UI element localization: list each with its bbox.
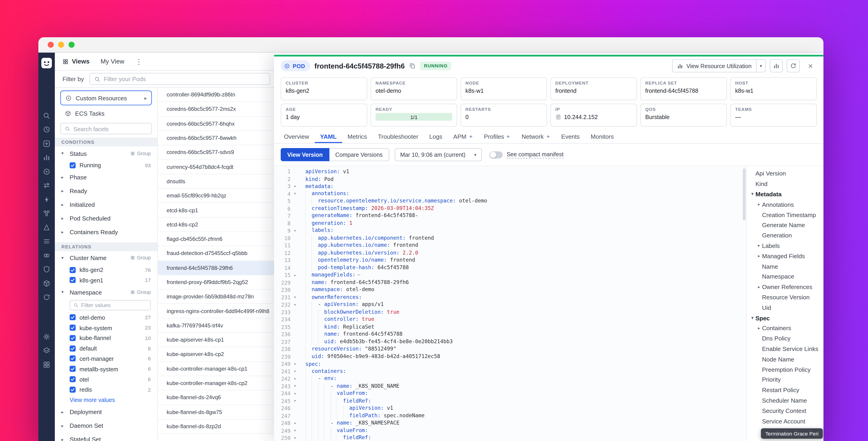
tab-events[interactable]: Events: [556, 130, 585, 143]
fold-collapse-icon[interactable]: ▾: [290, 369, 299, 374]
checkbox-checked-icon[interactable]: [70, 387, 75, 392]
rail-shield-icon[interactable]: [38, 262, 55, 276]
outline-item-creation-timestamp[interactable]: Creation Timestamp: [747, 209, 824, 220]
outline-item-name[interactable]: Name: [747, 261, 824, 271]
outline-item-kind[interactable]: Kind: [747, 179, 824, 189]
fold-collapse-icon[interactable]: ▾: [290, 429, 299, 433]
checkbox-checked-icon[interactable]: [70, 267, 75, 273]
facet-option-otel[interactable]: otel6: [55, 374, 157, 384]
rail-list-icon[interactable]: [38, 234, 55, 248]
fold-collapse-icon[interactable]: ▾: [290, 377, 299, 381]
view-resource-utilization-button[interactable]: View Resource Utilization ▾: [672, 59, 766, 72]
outline-item-uid[interactable]: Uid: [747, 302, 824, 313]
outline-item-enable-service-links[interactable]: Enable Service Links: [747, 344, 824, 354]
fold-collapse-icon[interactable]: ▾: [290, 192, 299, 196]
rail-search-icon[interactable]: [38, 109, 55, 122]
rail-gear-icon[interactable]: [38, 329, 55, 344]
tab-profiles[interactable]: Profiles: [478, 130, 516, 143]
rail-target-icon[interactable]: [38, 165, 55, 178]
facet-option-otel-demo[interactable]: otel-demo27: [55, 312, 157, 323]
app-logo[interactable]: [41, 57, 53, 69]
filter-section-ready[interactable]: ▸Ready: [55, 184, 157, 198]
facet-option-running[interactable]: Running93: [55, 160, 157, 171]
fold-collapse-icon[interactable]: ▾: [290, 384, 299, 388]
filter-section-phase[interactable]: ▸Phase: [55, 171, 157, 184]
minimize-window-button[interactable]: [58, 41, 64, 48]
checkbox-checked-icon[interactable]: [70, 356, 75, 361]
outline-item-managed-fields[interactable]: ▸Managed Fields: [747, 251, 824, 261]
fold-collapse-icon[interactable]: ▾: [290, 436, 299, 440]
views-tab[interactable]: Views: [63, 58, 90, 65]
facet-values-filter-input[interactable]: [70, 300, 151, 311]
filter-section-pod-scheduled[interactable]: ▸Pod Scheduled: [55, 212, 157, 225]
outline-item-generation[interactable]: Generation: [747, 230, 824, 240]
compare-versions-button[interactable]: Compare Versions: [329, 148, 389, 161]
outline-item-scheduler-name[interactable]: Scheduler Name: [747, 395, 824, 405]
facet-option-k8s-gen2[interactable]: k8s-gen276: [55, 265, 157, 275]
checkbox-checked-icon[interactable]: [70, 366, 75, 372]
rail-layers-icon[interactable]: [38, 344, 55, 358]
fold-collapse-icon[interactable]: ▾: [290, 302, 299, 307]
filter-section-namespace[interactable]: ▾NamespaceGroup: [55, 285, 157, 299]
fold-collapse-icon[interactable]: ▾: [290, 399, 299, 403]
outline-item-owner-references[interactable]: ▸Owner References: [747, 282, 824, 292]
zoom-window-button[interactable]: [68, 41, 74, 48]
rail-grid-icon[interactable]: [38, 358, 55, 372]
outline-item-annotations[interactable]: ▸Annotations: [747, 199, 824, 209]
outline-item-labels[interactable]: ▸Labels: [747, 241, 824, 251]
outline-item-priority[interactable]: Priority: [747, 375, 824, 385]
facet-option-cert-manager[interactable]: cert-manager6: [55, 353, 157, 364]
outline-item-api-version[interactable]: Api Version: [747, 168, 824, 179]
checkbox-checked-icon[interactable]: [70, 162, 75, 168]
view-options-menu-button[interactable]: ⋮: [135, 57, 142, 66]
facet-option-default[interactable]: default8: [55, 343, 157, 353]
view-version-button[interactable]: View Version: [281, 148, 330, 161]
outline-item-restart-policy[interactable]: Restart Policy: [747, 385, 824, 395]
checkbox-checked-icon[interactable]: [70, 335, 75, 341]
filter-section-cluster-name[interactable]: ▾Cluster NameGroup: [55, 251, 157, 265]
custom-resources-item[interactable]: Custom Resources ▸: [60, 90, 152, 105]
filter-section-status[interactable]: ▾StatusGroup: [55, 146, 157, 160]
checkbox-checked-icon[interactable]: [70, 325, 75, 331]
checkbox-checked-icon[interactable]: [70, 277, 75, 283]
outline-item-spec[interactable]: ▾Spec: [747, 313, 824, 323]
rail-bolt-icon[interactable]: [38, 193, 55, 206]
rail-cube-icon[interactable]: [38, 276, 55, 290]
tab-logs[interactable]: Logs: [424, 130, 448, 143]
ecs-tasks-item[interactable]: ECS Tasks: [60, 109, 152, 118]
filter-section-daemon-set[interactable]: ▸Daemon Set: [55, 419, 157, 433]
facet-option-kube-system[interactable]: kube-system23: [55, 323, 157, 333]
editor-scrollbar[interactable]: [742, 166, 746, 441]
fold-collapse-icon[interactable]: ▾: [290, 295, 299, 299]
filter-section-containers-ready[interactable]: ▸Containers Ready: [55, 225, 157, 239]
rail-deploy-icon[interactable]: [38, 220, 55, 234]
tab-troubleshooter[interactable]: Troubleshooter: [373, 130, 424, 143]
rail-compare-icon[interactable]: [38, 178, 55, 193]
view-more-values-link[interactable]: View more values: [55, 394, 157, 405]
outline-item-preemption-policy[interactable]: Preemption Policy: [747, 364, 824, 375]
tab-metrics[interactable]: Metrics: [342, 130, 373, 143]
outline-item-node-name[interactable]: Node Name: [747, 354, 824, 364]
fold-expand-icon[interactable]: ▸: [290, 273, 299, 277]
outline-item-generate-name[interactable]: Generate Name: [747, 220, 824, 230]
outline-item-metadata[interactable]: ▾Metadata: [747, 189, 824, 199]
compact-manifest-toggle[interactable]: [490, 151, 503, 158]
outline-item-resource-version[interactable]: Resource Version: [747, 292, 824, 302]
tab-network[interactable]: Network: [516, 130, 556, 143]
close-drawer-button[interactable]: [804, 59, 817, 72]
checkbox-checked-icon[interactable]: [70, 376, 75, 382]
scrollbar-thumb[interactable]: [743, 168, 745, 220]
search-facets-input[interactable]: [60, 123, 152, 134]
filter-section-deployment[interactable]: ▸Deployment: [55, 405, 157, 419]
outline-item-dns-policy[interactable]: Dns Policy: [747, 333, 824, 344]
refresh-button[interactable]: [787, 59, 800, 72]
outline-item-namespace[interactable]: Namespace: [747, 271, 824, 282]
fold-collapse-icon[interactable]: ▾: [290, 421, 299, 425]
copy-name-button[interactable]: [409, 63, 416, 69]
filter-section-initialized[interactable]: ▸Initialized: [55, 198, 157, 212]
outline-item-security-context[interactable]: Security Context: [747, 405, 824, 416]
outline-item-service-account[interactable]: Service Account: [747, 416, 824, 426]
outline-item-containers[interactable]: ▸Containers: [747, 323, 824, 333]
facet-option-metallb-system[interactable]: metallb-system6: [55, 364, 157, 374]
fold-collapse-icon[interactable]: ▾: [290, 229, 299, 233]
